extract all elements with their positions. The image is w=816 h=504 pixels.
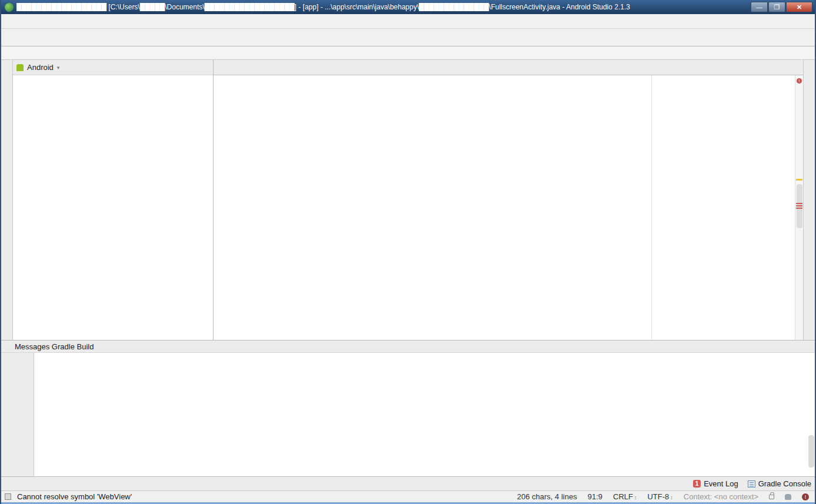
console-icon — [748, 480, 755, 488]
android-icon — [16, 64, 24, 71]
maximize-button[interactable]: ❐ — [768, 2, 785, 12]
highlighting-level-icon[interactable] — [785, 494, 791, 500]
tool-window-switcher-icon[interactable] — [5, 493, 11, 500]
line-ending-selector[interactable]: CRLF↕ — [613, 492, 637, 501]
breadcrumb — [1, 46, 815, 60]
minimize-button[interactable]: — — [751, 2, 768, 12]
left-tool-stripe — [1, 60, 13, 340]
editor-error-stripe[interactable]: ! — [795, 75, 803, 340]
encoding-selector[interactable]: UTF-8↕ — [647, 492, 672, 501]
event-log-badge: 1 — [693, 480, 701, 488]
messages-list — [34, 353, 815, 476]
right-tool-stripe — [803, 60, 815, 340]
window-title: ██████████████████ [C:\Users\█████\Docum… — [16, 3, 747, 11]
status-bar: Cannot resolve symbol 'WebView' 206 char… — [1, 490, 815, 504]
messages-panel-title: Messages Gradle Build — [15, 342, 94, 351]
status-message: Cannot resolve symbol 'WebView' — [17, 492, 132, 501]
gradle-console-button[interactable]: Gradle Console — [748, 479, 811, 488]
chevron-down-icon[interactable]: ▾ — [57, 65, 60, 71]
project-tree — [13, 75, 213, 78]
code-editor[interactable] — [214, 75, 795, 340]
editor-tab-bar — [214, 60, 803, 75]
warning-stripe-mark[interactable] — [796, 179, 802, 181]
error-stripe-mark[interactable] — [796, 208, 802, 209]
messages-scrollbar[interactable] — [808, 435, 814, 468]
project-panel: Android ▾ — [13, 60, 214, 340]
error-stripe-mark[interactable] — [796, 203, 802, 204]
main-toolbar — [1, 29, 815, 46]
caret-position[interactable]: 91:9 — [588, 492, 602, 501]
context-indicator[interactable]: Context: <no context> — [684, 492, 758, 501]
close-button[interactable]: ✕ — [786, 2, 812, 12]
char-count: 206 chars, 4 lines — [517, 492, 577, 501]
project-view-selector[interactable]: Android — [27, 63, 54, 72]
android-studio-logo-icon — [5, 3, 14, 12]
project-panel-header: Android ▾ — [13, 60, 213, 75]
event-log-button[interactable]: 1 Event Log — [693, 479, 738, 488]
messages-toolbar — [1, 353, 34, 476]
title-bar: ██████████████████ [C:\Users\█████\Docum… — [1, 0, 815, 14]
error-stripe-mark[interactable] — [796, 205, 802, 206]
messages-panel: Messages Gradle Build — [1, 340, 815, 476]
error-notification-icon[interactable]: ! — [802, 493, 809, 500]
lock-icon[interactable] — [769, 495, 774, 499]
right-margin-guide — [651, 75, 652, 340]
tool-window-bar: 1 Event Log Gradle Console — [1, 476, 815, 490]
menu-bar — [1, 14, 815, 29]
editor-area: ! — [214, 60, 803, 340]
error-indicator-icon: ! — [797, 78, 802, 84]
